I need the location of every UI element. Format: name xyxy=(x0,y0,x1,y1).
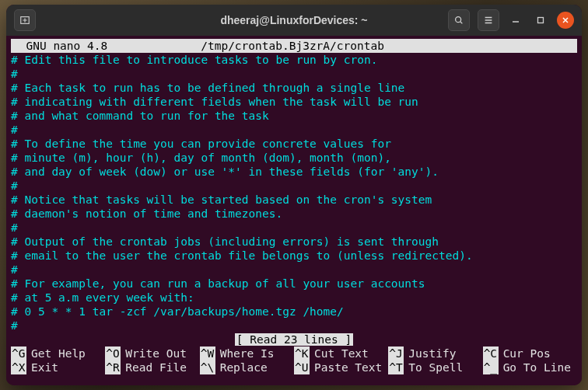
new-tab-button[interactable] xyxy=(14,9,36,31)
nano-file-path: /tmp/crontab.Bj3zrA/crontab xyxy=(107,39,577,53)
nano-status-line: [ Read 23 lines ] xyxy=(11,333,577,346)
nano-help-label: Paste Text xyxy=(310,360,382,374)
menu-button[interactable] xyxy=(478,9,499,31)
editor-line: # Edit this file to introduce tasks to b… xyxy=(11,53,577,67)
close-button[interactable] xyxy=(557,12,574,29)
nano-help-item: ^XExit xyxy=(11,360,105,374)
nano-status-text: [ Read 23 lines ] xyxy=(235,333,353,346)
editor-line: # daemon's notion of time and timezones. xyxy=(11,207,577,221)
editor-line: # For example, you can run a backup of a… xyxy=(11,277,577,291)
editor-line: # xyxy=(11,179,577,193)
editor-line: # xyxy=(11,319,577,333)
nano-help-key: ^K xyxy=(294,346,310,360)
editor-line: # at 5 a.m every week with: xyxy=(11,291,577,305)
nano-help-item: ^_Go To Line xyxy=(483,360,577,374)
nano-help: ^GGet Help^OWrite Out^WWhere Is^KCut Tex… xyxy=(11,346,577,374)
nano-help-key: ^R xyxy=(105,360,121,374)
nano-help-label: Read File xyxy=(121,360,187,374)
editor-content[interactable]: # Edit this file to introduce tasks to b… xyxy=(11,53,577,333)
nano-header: GNU nano 4.8 /tmp/crontab.Bj3zrA/crontab xyxy=(11,39,577,53)
nano-help-key: ^\ xyxy=(200,360,215,374)
editor-line: # To define the time you can provide con… xyxy=(11,137,577,151)
nano-help-item: ^KCut Text xyxy=(294,346,388,360)
minimize-button[interactable] xyxy=(507,12,524,29)
editor-line: # xyxy=(11,221,577,235)
hamburger-icon xyxy=(483,15,494,26)
svg-rect-9 xyxy=(538,18,544,23)
nano-help-item: ^UPaste Text xyxy=(294,360,388,374)
nano-help-item: ^GGet Help xyxy=(11,346,105,360)
nano-help-key: ^C xyxy=(483,346,499,360)
nano-help-key: ^U xyxy=(294,360,310,374)
nano-help-item: ^TTo Spell xyxy=(388,360,482,374)
svg-point-3 xyxy=(456,17,461,23)
nano-help-label: Replace xyxy=(215,360,268,374)
maximize-icon xyxy=(537,16,544,24)
nano-help-key: ^X xyxy=(11,360,26,374)
nano-help-label: Cut Text xyxy=(310,346,369,360)
nano-help-label: Where Is xyxy=(215,346,275,360)
nano-help-key: ^G xyxy=(11,346,26,360)
minimize-icon xyxy=(512,16,520,24)
nano-help-item: ^OWrite Out xyxy=(105,346,199,360)
nano-help-key: ^O xyxy=(105,346,121,360)
nano-help-item: ^RRead File xyxy=(105,360,199,374)
nano-help-key: ^_ xyxy=(483,360,499,374)
window-title: dheeraj@LinuxforDevices: ~ xyxy=(146,14,442,26)
nano-help-item: ^WWhere Is xyxy=(200,346,294,360)
terminal-body[interactable]: GNU nano 4.8 /tmp/crontab.Bj3zrA/crontab… xyxy=(6,36,582,385)
editor-line: # Output of the crontab jobs (including … xyxy=(11,235,577,249)
nano-help-key: ^T xyxy=(388,360,404,374)
nano-help-label: Get Help xyxy=(26,346,86,360)
nano-help-item: ^CCur Pos xyxy=(483,346,577,360)
editor-line: # email to the user the crontab file bel… xyxy=(11,249,577,263)
search-icon xyxy=(453,15,464,26)
editor-line: # and what command to run for the task xyxy=(11,109,577,123)
nano-help-row-2: ^XExit^RRead File^\Replace^UPaste Text^T… xyxy=(11,360,577,374)
nano-help-label: Go To Line xyxy=(499,360,571,374)
nano-help-row-1: ^GGet Help^OWrite Out^WWhere Is^KCut Tex… xyxy=(11,346,577,360)
nano-help-label: Exit xyxy=(26,360,58,374)
nano-help-label: Cur Pos xyxy=(499,346,551,360)
nano-help-label: Justify xyxy=(404,346,456,360)
editor-line: # indicating with different fields when … xyxy=(11,95,577,109)
search-button[interactable] xyxy=(448,9,470,31)
nano-help-label: To Spell xyxy=(404,360,463,374)
maximize-button[interactable] xyxy=(532,12,549,29)
editor-line: # xyxy=(11,67,577,81)
close-icon xyxy=(562,16,569,24)
editor-line: # xyxy=(11,263,577,277)
nano-help-item: ^\Replace xyxy=(200,360,294,374)
new-tab-icon xyxy=(19,15,30,26)
nano-help-key: ^J xyxy=(388,346,404,360)
svg-line-4 xyxy=(460,22,463,24)
terminal-window: dheeraj@LinuxforDevices: ~ GNU nano 4.8 … xyxy=(6,5,582,385)
editor-line: # xyxy=(11,123,577,137)
nano-app-name: GNU nano 4.8 xyxy=(11,39,107,53)
editor-line: # Each task to run has to be defined thr… xyxy=(11,81,577,95)
editor-line: # 0 5 * * 1 tar -zcf /var/backups/home.t… xyxy=(11,305,577,319)
nano-help-item: ^JJustify xyxy=(388,346,482,360)
titlebar: dheeraj@LinuxforDevices: ~ xyxy=(6,5,582,36)
editor-line: # and day of week (dow) or use '*' in th… xyxy=(11,165,577,179)
editor-line: # Notice that tasks will be started base… xyxy=(11,193,577,207)
editor-line: # minute (m), hour (h), day of month (do… xyxy=(11,151,577,165)
nano-help-label: Write Out xyxy=(121,346,187,360)
nano-help-key: ^W xyxy=(200,346,215,360)
